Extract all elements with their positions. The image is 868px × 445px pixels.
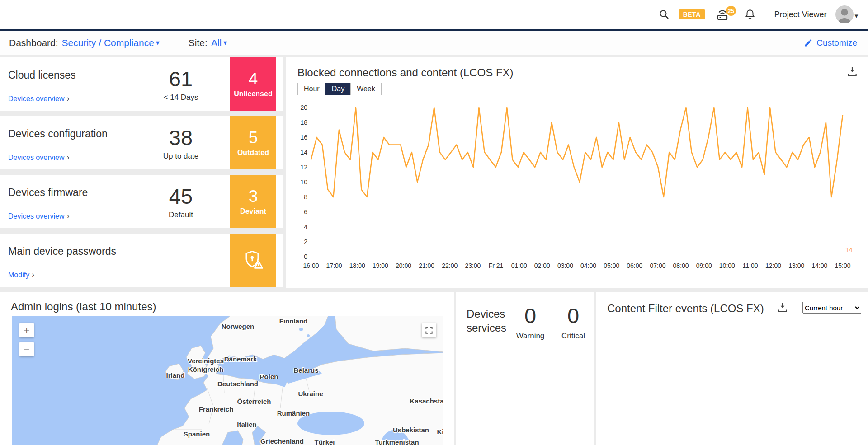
svg-text:07:00: 07:00 bbox=[650, 262, 665, 269]
svg-text:12: 12 bbox=[300, 164, 307, 171]
line-chart: 0246810121416182016:0017:0018:0019:0020:… bbox=[293, 101, 861, 272]
svg-text:05:00: 05:00 bbox=[604, 262, 619, 269]
cloud-licenses-card: Cloud licenses Devices overview› 61 < 14… bbox=[0, 57, 283, 111]
site-label: Site: bbox=[189, 37, 208, 48]
map-country-label: Österreich bbox=[237, 398, 271, 406]
svg-text:18: 18 bbox=[300, 119, 307, 126]
devices-firmware-card: Devices firmware Devices overview› 45 De… bbox=[0, 175, 283, 228]
notifications-bell-icon[interactable] bbox=[744, 9, 756, 20]
topbar-divider bbox=[765, 7, 765, 22]
map-country-label: Turkmenistan bbox=[375, 438, 419, 445]
svg-text:4: 4 bbox=[304, 223, 307, 230]
svg-text:Fr 21: Fr 21 bbox=[489, 262, 504, 269]
modify-link[interactable]: Modify› bbox=[8, 270, 34, 280]
chart-current-value-label: 14 bbox=[845, 246, 853, 253]
map-country-label: Türkei bbox=[314, 438, 335, 445]
svg-text:18:00: 18:00 bbox=[349, 262, 365, 269]
svg-text:15:00: 15:00 bbox=[835, 262, 850, 269]
svg-text:23:00: 23:00 bbox=[465, 262, 481, 269]
zoom-out-button[interactable]: − bbox=[19, 342, 34, 356]
svg-text:06:00: 06:00 bbox=[627, 262, 642, 269]
dashboard-nav-bar: Dashboard: Security / Compliance ▾ Site:… bbox=[0, 29, 868, 55]
svg-text:19:00: 19:00 bbox=[373, 262, 388, 269]
devices-services-card: Devices services 0 Warning 0 Critical bbox=[456, 292, 594, 445]
zoom-in-button[interactable]: + bbox=[19, 323, 34, 337]
avatar[interactable] bbox=[835, 5, 854, 23]
blocked-connections-chart-card: Blocked connections and content (LCOS FX… bbox=[286, 57, 868, 288]
svg-text:11:00: 11:00 bbox=[742, 262, 758, 269]
devices-overview-link[interactable]: Devices overview› bbox=[8, 153, 69, 162]
stat-value: 45 Default bbox=[138, 175, 224, 228]
svg-text:20: 20 bbox=[300, 104, 307, 111]
map-country-label: Deutschland bbox=[217, 380, 258, 389]
pencil-icon bbox=[804, 38, 813, 47]
password-warning-tile[interactable] bbox=[230, 234, 276, 287]
svg-text:16:00: 16:00 bbox=[303, 262, 319, 269]
map-country-label: Italien bbox=[237, 421, 256, 429]
map-country-label: Norwegen bbox=[222, 323, 255, 331]
account-menu-caret-icon[interactable]: ▾ bbox=[854, 12, 858, 20]
svg-text:10:00: 10:00 bbox=[719, 262, 735, 269]
map-country-label: Rumänien bbox=[277, 409, 310, 418]
filter-range-select[interactable]: Current hour bbox=[802, 302, 861, 314]
svg-text:01:00: 01:00 bbox=[511, 262, 527, 269]
map-country-label: Vereinigtes Königreich bbox=[188, 357, 224, 374]
beta-badge: BETA bbox=[679, 9, 705, 19]
chevron-right-icon: › bbox=[66, 94, 69, 103]
warning-stat: 0 Warning bbox=[510, 303, 551, 341]
services-card-title: Devices services bbox=[467, 307, 516, 335]
card-title: Devices configuration bbox=[8, 128, 108, 140]
map-country-label: Polen bbox=[260, 373, 278, 381]
user-role-label: Project Viewer bbox=[774, 10, 827, 19]
site-selector[interactable]: All ▾ bbox=[211, 37, 227, 48]
svg-text:2: 2 bbox=[304, 238, 307, 245]
chevron-down-icon: ▾ bbox=[156, 38, 160, 47]
map-canvas[interactable]: NorwegenFinnlandVereinigtes KönigreichIr… bbox=[12, 316, 443, 445]
fullscreen-icon[interactable] bbox=[422, 323, 436, 337]
chevron-down-icon: ▾ bbox=[223, 38, 227, 47]
device-status-icon[interactable]: 25 bbox=[714, 8, 731, 21]
unlicensed-tile[interactable]: 4 Unlicensed bbox=[230, 57, 276, 111]
devices-overview-link[interactable]: Devices overview› bbox=[8, 211, 69, 221]
shield-lock-warning-icon bbox=[241, 248, 265, 272]
map-country-label: Frankreich bbox=[199, 405, 234, 414]
card-title: Devices firmware bbox=[8, 187, 88, 199]
map-country-label: Kasachsta bbox=[410, 397, 443, 406]
svg-text:17:00: 17:00 bbox=[326, 262, 342, 269]
map-country-label: Irland bbox=[166, 371, 185, 380]
critical-stat: 0 Critical bbox=[553, 303, 594, 341]
download-icon[interactable] bbox=[846, 66, 858, 79]
svg-text:21:00: 21:00 bbox=[419, 262, 434, 269]
svg-text:03:00: 03:00 bbox=[557, 262, 573, 269]
chevron-right-icon: › bbox=[32, 270, 34, 280]
chart-range-tabs: Hour Day Week bbox=[297, 83, 382, 95]
svg-text:10: 10 bbox=[300, 178, 307, 186]
dashboard-label: Dashboard: bbox=[9, 37, 58, 48]
dashboard-selector[interactable]: Security / Compliance ▾ bbox=[62, 37, 160, 48]
deviant-tile[interactable]: 3 Deviant bbox=[230, 175, 276, 228]
svg-text:14:00: 14:00 bbox=[811, 262, 827, 269]
svg-text:13:00: 13:00 bbox=[788, 262, 804, 269]
chart-line-series bbox=[311, 108, 843, 197]
chevron-right-icon: › bbox=[66, 153, 69, 162]
chart-title: Blocked connections and content (LCOS FX… bbox=[297, 66, 514, 79]
main-device-passwords-card: Main device passwords Modify› bbox=[0, 234, 283, 287]
svg-text:04:00: 04:00 bbox=[580, 262, 596, 269]
svg-text:12:00: 12:00 bbox=[765, 262, 781, 269]
tab-week[interactable]: Week bbox=[350, 83, 382, 95]
map-country-label: Dänemark bbox=[224, 355, 257, 364]
tab-hour[interactable]: Hour bbox=[297, 83, 326, 95]
search-icon[interactable] bbox=[659, 9, 670, 20]
filter-card-title: Content Filter events (LCOS FX) bbox=[607, 302, 764, 315]
svg-text:6: 6 bbox=[304, 208, 307, 215]
download-icon[interactable] bbox=[777, 301, 788, 315]
stat-value: 38 Up to date bbox=[138, 116, 224, 169]
outdated-tile[interactable]: 5 Outdated bbox=[230, 116, 276, 169]
svg-text:02:00: 02:00 bbox=[534, 262, 550, 269]
tab-day[interactable]: Day bbox=[326, 83, 351, 95]
svg-text:8: 8 bbox=[304, 193, 307, 201]
map-country-label: Ukraine bbox=[298, 390, 323, 398]
card-title: Cloud licenses bbox=[8, 69, 76, 81]
customize-button[interactable]: Customize bbox=[804, 31, 857, 55]
devices-overview-link[interactable]: Devices overview› bbox=[8, 94, 69, 103]
